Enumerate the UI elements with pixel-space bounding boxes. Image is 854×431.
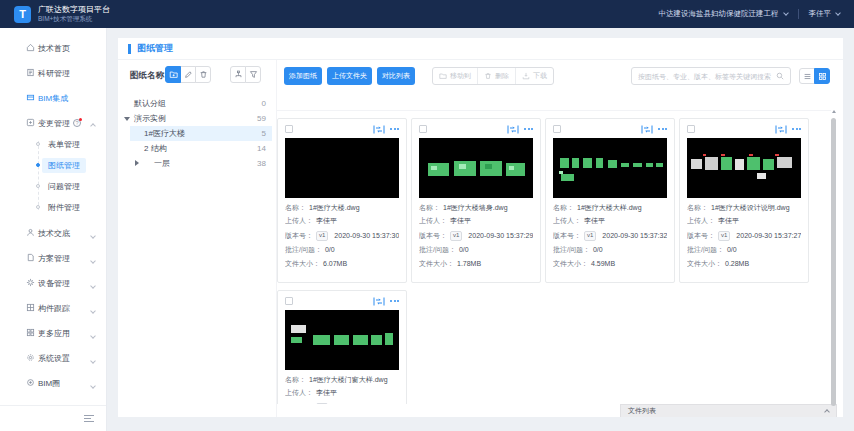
collapse-sidebar-icon[interactable] bbox=[84, 415, 94, 423]
tree-node-label: 1#医疗大楼 bbox=[144, 128, 185, 139]
vertical-scrollbar[interactable] bbox=[831, 110, 836, 410]
drawing-card[interactable]: 名称：1#医疗大楼设计说明.dwg 上传人：李佳平 版本号：v12020-09-… bbox=[679, 118, 809, 283]
card-checkbox[interactable] bbox=[285, 297, 293, 305]
more-icon[interactable] bbox=[792, 128, 801, 130]
drawing-thumbnail[interactable] bbox=[687, 138, 801, 198]
more-icon[interactable] bbox=[524, 128, 533, 130]
chevron-down-icon bbox=[783, 10, 789, 16]
add-folder-button[interactable] bbox=[165, 66, 181, 83]
compare-icon[interactable] bbox=[641, 125, 653, 134]
drawing-name: 1#医疗大楼大样.dwg bbox=[577, 204, 642, 212]
card-checkbox[interactable] bbox=[687, 125, 695, 133]
search-input[interactable] bbox=[638, 73, 776, 80]
sidebar-item-label: BIM圈 bbox=[38, 378, 60, 389]
sidebar-item-bim-circle[interactable]: BIM圈 bbox=[0, 375, 106, 391]
more-icon[interactable] bbox=[658, 128, 667, 130]
file-list-drawer[interactable]: 文件列表 bbox=[620, 404, 837, 417]
drawing-name: 1#医疗大楼.dwg bbox=[309, 204, 360, 212]
scroll-up-arrow-icon[interactable] bbox=[832, 110, 836, 113]
edit-folder-button[interactable] bbox=[180, 66, 196, 83]
project-selector[interactable]: 中达建设海盐县妇幼保健院迁建工程 bbox=[659, 9, 788, 19]
sidebar-subitem-drawings[interactable]: 图纸管理 bbox=[0, 158, 106, 172]
sidebar-item-label: 设备管理 bbox=[38, 278, 70, 289]
hierarchy-icon[interactable] bbox=[230, 66, 246, 83]
sidebar-item-settings[interactable]: 系统设置 bbox=[0, 350, 106, 366]
more-icon[interactable] bbox=[390, 300, 399, 302]
sidebar-item-plans[interactable]: 方案管理 bbox=[0, 250, 106, 266]
delete-button[interactable]: 删除 bbox=[477, 68, 515, 84]
filter-icon[interactable] bbox=[245, 66, 261, 83]
drawing-card[interactable]: 名称：1#医疗大楼门窗大样.dwg 上传人：李佳平 版本号：v12020-09-… bbox=[277, 290, 407, 404]
compare-icon[interactable] bbox=[373, 125, 385, 134]
delete-folder-button[interactable] bbox=[195, 66, 211, 83]
drawing-thumbnail[interactable] bbox=[285, 310, 399, 370]
sidebar-item-bim[interactable]: BIM集成 bbox=[0, 90, 106, 106]
page-title-row: 图纸管理 bbox=[118, 38, 843, 60]
title-accent-bar bbox=[128, 44, 131, 54]
search-icon[interactable] bbox=[776, 72, 784, 80]
sidebar-subitem-forms[interactable]: 表单管理 bbox=[0, 137, 106, 151]
drawing-thumbnail[interactable] bbox=[419, 138, 533, 198]
settings-icon bbox=[26, 353, 35, 362]
tree-node-default-group[interactable]: 默认分组 0 bbox=[130, 96, 272, 111]
person-icon bbox=[26, 228, 35, 237]
drawing-card[interactable]: 名称：1#医疗大楼大样.dwg 上传人：李佳平 版本号：v12020-09-30… bbox=[545, 118, 675, 283]
compare-icon[interactable] bbox=[373, 297, 385, 306]
grid-box-icon bbox=[26, 303, 35, 312]
card-checkbox[interactable] bbox=[285, 125, 293, 133]
collapsed-arrow-icon[interactable] bbox=[135, 160, 139, 166]
top-header: T 广联达数字项目平台 BIM+技术管理系统 中达建设海盐县妇幼保健院迁建工程 … bbox=[0, 0, 854, 28]
drawings-toolbar: 添加图纸 上传文件夹 对比列表 移动到 删除 下载 bbox=[284, 66, 554, 86]
drawing-thumbnail[interactable] bbox=[553, 138, 667, 198]
move-to-button[interactable]: 移动到 bbox=[433, 68, 477, 84]
card-checkbox[interactable] bbox=[419, 125, 427, 133]
drawing-card[interactable]: 名称：1#医疗大楼墙身.dwg 上传人：李佳平 版本号：v12020-09-30… bbox=[411, 118, 541, 283]
document-icon bbox=[26, 68, 35, 77]
tree-node-label: 演示实例 bbox=[134, 113, 166, 124]
card-checkbox[interactable] bbox=[553, 125, 561, 133]
sidebar-item-disclosure[interactable]: 技术交底 bbox=[0, 225, 106, 241]
version-badge: v1 bbox=[584, 231, 596, 241]
sidebar-item-equipment[interactable]: 设备管理 bbox=[0, 275, 106, 291]
sidebar-item-change-mgmt[interactable]: 变更管理 bbox=[0, 115, 106, 131]
tree-node-structure[interactable]: 2 结构 14 bbox=[130, 141, 272, 156]
change-mgmt-submenu: 表单管理 图纸管理 问题管理 附件管理 bbox=[0, 137, 106, 214]
list-view-icon[interactable] bbox=[799, 68, 815, 84]
file-size: 1.78MB bbox=[457, 260, 481, 268]
sidebar-item-tech-home[interactable]: 技术首页 bbox=[0, 40, 106, 56]
sidebar-subitem-attachments[interactable]: 附件管理 bbox=[0, 200, 106, 214]
compare-list-button[interactable]: 对比列表 bbox=[377, 67, 415, 85]
tree-view-button-group bbox=[230, 66, 261, 83]
header-divider bbox=[798, 9, 799, 19]
notes-count: 0/0 bbox=[727, 246, 737, 254]
tree-node-demo[interactable]: 演示实例 59 bbox=[130, 111, 272, 126]
file-size: 0.28MB bbox=[725, 260, 749, 268]
sidebar-item-research[interactable]: 科研管理 bbox=[0, 65, 106, 81]
version-time: 2020-09-30 15:37:27 bbox=[736, 232, 801, 240]
upload-folder-button[interactable]: 上传文件夹 bbox=[327, 67, 372, 85]
compare-icon[interactable] bbox=[507, 125, 519, 134]
tree-node-floor1[interactable]: 一层 38 bbox=[130, 156, 272, 171]
sidebar-subitem-issues[interactable]: 问题管理 bbox=[0, 179, 106, 193]
drawing-thumbnail[interactable] bbox=[285, 138, 399, 198]
grid-view-icon[interactable] bbox=[814, 68, 830, 84]
sidebar-item-more-apps[interactable]: 更多应用 bbox=[0, 325, 106, 341]
bim-icon bbox=[26, 93, 35, 102]
user-menu[interactable]: 李佳平 bbox=[809, 9, 841, 19]
version-badge: v1 bbox=[718, 231, 730, 241]
drawing-card[interactable]: 名称：1#医疗大楼.dwg 上传人：李佳平 版本号：v12020-09-30 1… bbox=[277, 118, 407, 283]
scrollbar-thumb[interactable] bbox=[831, 118, 836, 406]
uploader-name: 李佳平 bbox=[584, 217, 605, 225]
file-size: 6.07MB bbox=[323, 260, 347, 268]
compare-icon[interactable] bbox=[775, 125, 787, 134]
tree-panel-title: 图纸名称 bbox=[130, 70, 164, 82]
more-icon[interactable] bbox=[390, 128, 399, 130]
expanded-arrow-icon[interactable] bbox=[124, 117, 130, 121]
tree-node-label: 2 结构 bbox=[144, 143, 167, 154]
circle-icon bbox=[26, 378, 35, 387]
sidebar-item-components[interactable]: 构件跟踪 bbox=[0, 300, 106, 316]
add-drawing-button[interactable]: 添加图纸 bbox=[284, 67, 322, 85]
help-badge-icon[interactable] bbox=[73, 119, 81, 127]
tree-node-building1[interactable]: 1#医疗大楼 5 bbox=[130, 126, 272, 141]
download-button[interactable]: 下载 bbox=[515, 68, 553, 84]
